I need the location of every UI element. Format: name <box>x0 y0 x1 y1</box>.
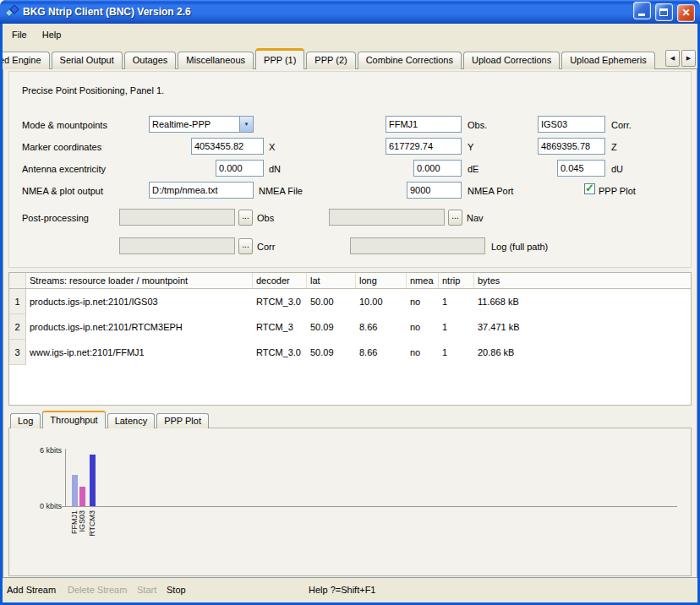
marker-y-input[interactable] <box>386 138 462 155</box>
cell-decoder: RTCM_3 <box>253 314 307 340</box>
table-row[interactable]: 2 products.igs-ip.net:2101/RTCM3EPH RTCM… <box>9 314 691 340</box>
cell-long: 8.66 <box>356 314 407 340</box>
tab-miscellaneous[interactable]: Miscellaneous <box>178 52 254 69</box>
delete-stream-button[interactable]: Delete Stream <box>68 585 127 595</box>
window-title: BKG Ntrip Client (BNC) Version 2.6 <box>23 6 627 18</box>
col-header-mountpoint[interactable]: Streams: resource loader / mountpoint <box>26 273 253 288</box>
tab-feed-engine[interactable]: ed Engine <box>3 52 50 69</box>
left-arrow-icon: ◀ <box>670 55 675 62</box>
cell-nmea: no <box>407 289 439 314</box>
post-nav-input[interactable] <box>329 209 445 226</box>
cell-decoder: RTCM_3.0 <box>253 340 307 365</box>
marker-x-input[interactable] <box>191 138 264 155</box>
nmea-file-label: NMEA File <box>259 186 303 196</box>
post-corr-input[interactable] <box>119 237 235 254</box>
cell-long: 10.00 <box>356 289 407 314</box>
tab-log[interactable]: Log <box>10 413 41 428</box>
close-icon: ✕ <box>681 8 690 18</box>
throughput-chart-plot: FFMJ1IGS03RTCM3 <box>66 450 675 506</box>
cell-ntrip: 1 <box>439 314 474 340</box>
corr-mountpoint-input[interactable] <box>538 116 605 133</box>
x-label: X <box>269 142 275 152</box>
antenna-du-input[interactable] <box>557 160 605 177</box>
chart-bar-RTCM3 <box>90 455 96 506</box>
du-label: dU <box>611 164 623 174</box>
marker-coordinates-label: Marker coordinates <box>22 142 101 152</box>
tab-scroll-right-button[interactable]: ▶ <box>681 50 696 67</box>
browse-corr-button[interactable]: ... <box>238 238 253 254</box>
cell-bytes: 37.471 kB <box>474 314 691 340</box>
tab-ppp-1[interactable]: PPP (1) <box>255 48 304 69</box>
cell-ntrip: 1 <box>439 340 474 365</box>
cell-lat: 50.09 <box>307 314 356 340</box>
ppp-settings-panel: Precise Point Positioning, Panel 1. Mode… <box>8 71 692 268</box>
start-button[interactable]: Start <box>137 585 156 595</box>
maximize-button[interactable] <box>655 3 673 21</box>
table-row[interactable]: 1 products.igs-ip.net:2101/IGS03 RTCM_3.… <box>9 289 691 314</box>
tab-scroll-left-button[interactable]: ◀ <box>665 50 680 67</box>
tab-outages[interactable]: Outages <box>124 52 177 69</box>
cell-nmea: no <box>407 340 439 365</box>
browse-obs-button[interactable]: ... <box>238 210 253 226</box>
obs-mountpoint-input[interactable] <box>386 116 462 133</box>
col-header-decoder[interactable]: decoder <box>253 273 307 288</box>
tab-upload-corrections[interactable]: Upload Corrections <box>463 52 560 69</box>
minimize-button[interactable] <box>633 2 651 19</box>
z-label: Z <box>611 142 617 152</box>
col-header-bytes[interactable]: bytes <box>474 273 691 288</box>
col-header-ntrip[interactable]: ntrip <box>439 273 474 288</box>
col-header-nmea[interactable]: nmea <box>407 273 439 288</box>
antenna-dn-input[interactable] <box>216 160 264 177</box>
tab-latency[interactable]: Latency <box>107 413 156 428</box>
tab-bar: ed Engine Serial Output Outages Miscella… <box>3 47 697 69</box>
tab-serial-output[interactable]: Serial Output <box>52 52 123 69</box>
help-shortcut-button[interactable]: Help ?=Shift+F1 <box>309 585 376 595</box>
ppp-mode-select[interactable]: Realtime-PPP ▼ <box>149 116 254 133</box>
tab-upload-ephemeris[interactable]: Upload Ephemeris <box>561 52 655 69</box>
menu-bar: File Help <box>3 24 697 45</box>
ppp-plot-checkbox[interactable]: ✓ <box>584 183 595 194</box>
cell-mountpoint: products.igs-ip.net:2101/RTCM3EPH <box>26 314 253 340</box>
tab-combine-corrections[interactable]: Combine Corrections <box>358 52 462 69</box>
post-log-input[interactable] <box>350 237 485 254</box>
tab-ppp-plot[interactable]: PPP Plot <box>156 413 209 428</box>
marker-z-input[interactable] <box>538 138 605 155</box>
title-bar[interactable]: BKG Ntrip Client (BNC) Version 2.6 ✕ <box>0 0 700 24</box>
dn-label: dN <box>269 164 281 174</box>
obs-label: Obs. <box>468 120 487 130</box>
close-button[interactable]: ✕ <box>677 4 695 22</box>
nmea-port-input[interactable] <box>407 182 462 199</box>
check-icon: ✓ <box>585 182 594 194</box>
cell-lat: 50.09 <box>307 340 356 365</box>
menu-help[interactable]: Help <box>35 27 69 42</box>
tab-throughput[interactable]: Throughput <box>42 411 105 428</box>
row-header[interactable]: 1 <box>9 289 26 314</box>
row-header[interactable]: 2 <box>9 314 26 340</box>
post-obs-label: Obs <box>257 213 274 223</box>
antenna-de-input[interactable] <box>413 160 462 177</box>
tab-scrollers: ◀ ▶ <box>665 50 696 67</box>
ppp-plot-label: PPP Plot <box>599 186 636 196</box>
table-row[interactable]: 3 www.igs-ip.net:2101/FFMJ1 RTCM_3.0 50.… <box>9 340 691 365</box>
cell-bytes: 20.86 kB <box>474 340 691 365</box>
stop-button[interactable]: Stop <box>167 585 186 595</box>
cell-ntrip: 1 <box>439 289 474 314</box>
chart-bar-label: IGS03 <box>78 510 86 532</box>
post-obs-input[interactable] <box>119 209 235 226</box>
col-header-long[interactable]: long <box>356 273 407 288</box>
menu-file[interactable]: File <box>4 27 35 42</box>
x-axis <box>62 506 677 507</box>
add-stream-button[interactable]: Add Stream <box>7 585 56 595</box>
y-axis-tick-min: 0 kbits <box>16 502 62 510</box>
antenna-excentricity-label: Antenna excentricity <box>22 164 106 174</box>
tab-ppp-2[interactable]: PPP (2) <box>306 52 355 69</box>
chart-bar-IGS03 <box>79 487 85 506</box>
ppp-mode-value: Realtime-PPP <box>150 117 239 132</box>
streams-table: Streams: resource loader / mountpoint de… <box>8 272 692 406</box>
nmea-file-input[interactable] <box>149 182 254 199</box>
chart-bar-label: RTCM3 <box>88 510 96 537</box>
browse-nav-button[interactable]: ... <box>448 210 462 226</box>
y-axis-tick-max: 6 kbits <box>16 446 62 455</box>
row-header[interactable]: 3 <box>9 340 26 365</box>
col-header-lat[interactable]: lat <box>307 273 356 288</box>
